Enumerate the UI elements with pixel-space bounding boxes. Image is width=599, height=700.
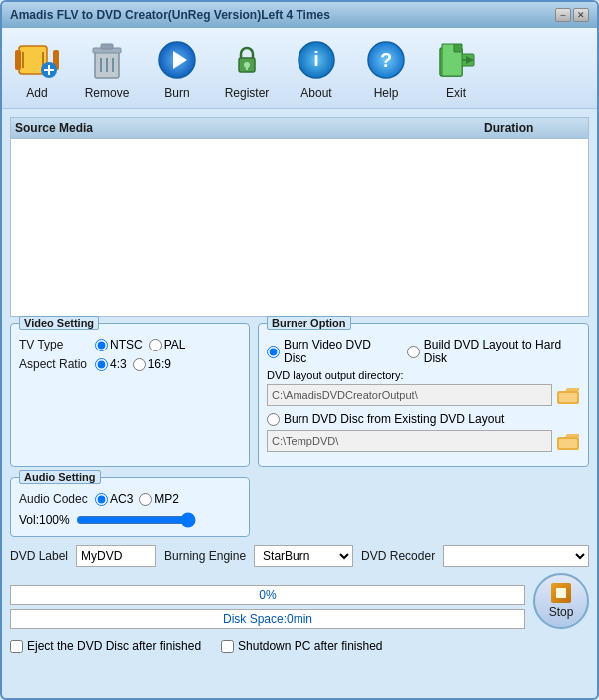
mp2-option[interactable]: MP2	[139, 492, 179, 506]
progress-text: 0%	[11, 588, 524, 602]
dvd-label-input[interactable]	[76, 545, 156, 567]
aspect-label: Aspect Ratio	[19, 357, 89, 371]
disk-space-bar: Disk Space:0min	[10, 609, 525, 629]
audio-setting-title: Audio Setting	[19, 470, 101, 484]
burn-label: Burn	[164, 86, 189, 100]
shutdown-checkbox-label[interactable]: Shutdown PC after finished	[221, 639, 382, 653]
existing-dir-row	[267, 430, 580, 452]
minimize-button[interactable]: –	[555, 8, 571, 22]
aspect-169-option[interactable]: 16:9	[133, 357, 171, 371]
svg-rect-32	[559, 439, 577, 448]
remove-icon	[83, 36, 131, 84]
toolbar-item-remove[interactable]: Remove	[82, 36, 132, 100]
toolbar-item-add[interactable]: Add	[12, 36, 62, 100]
ntsc-radio[interactable]	[95, 339, 108, 351]
checkbox-row: Eject the DVD Disc after finished Shutdo…	[10, 639, 589, 653]
output-dir-label: DVD layout output directory:	[267, 369, 580, 381]
duration-header: Duration	[484, 121, 584, 135]
register-icon	[223, 36, 271, 84]
burn-existing-radio[interactable]	[267, 413, 280, 426]
media-table: Source Media Duration	[10, 117, 589, 317]
toolbar: Add Remove	[2, 28, 597, 109]
ntsc-label: NTSC	[110, 338, 143, 351]
dvd-recoder-label: DVD Recoder	[361, 549, 435, 563]
aspect-169-radio[interactable]	[133, 358, 146, 371]
main-window: Amadis FLV to DVD Creator(UnReg Version)…	[0, 0, 599, 700]
pal-label: PAL	[164, 338, 186, 351]
ntsc-option[interactable]: NTSC	[95, 338, 143, 351]
eject-label: Eject the DVD Disc after finished	[27, 639, 201, 653]
source-media-header: Source Media	[15, 121, 484, 135]
exit-icon	[432, 36, 480, 84]
eject-checkbox-label[interactable]: Eject the DVD Disc after finished	[10, 639, 201, 653]
svg-text:?: ?	[380, 49, 392, 71]
output-dir-input[interactable]	[267, 384, 552, 406]
aspect-169-label: 16:9	[148, 357, 171, 371]
burn-disc-label: Burn Video DVD Disc	[284, 338, 392, 365]
toolbar-item-about[interactable]: i About	[292, 36, 341, 100]
toolbar-item-register[interactable]: Register	[222, 36, 272, 100]
aspect-43-option[interactable]: 4:3	[95, 357, 127, 371]
ac3-option[interactable]: AC3	[95, 492, 133, 506]
svg-rect-10	[101, 44, 113, 49]
stop-label: Stop	[549, 605, 574, 619]
burn-icon	[153, 36, 201, 84]
stop-button[interactable]: Stop	[533, 573, 589, 629]
toolbar-item-exit[interactable]: Exit	[431, 36, 481, 100]
codec-label: Audio Codec	[19, 492, 89, 506]
tv-type-options: NTSC PAL	[95, 338, 185, 351]
help-icon: ?	[362, 36, 410, 84]
aspect-43-radio[interactable]	[95, 358, 108, 371]
burn-existing-label: Burn DVD Disc from Existing DVD Layout	[284, 412, 504, 426]
stop-icon	[551, 583, 571, 603]
disk-space-text: Disk Space:0min	[11, 612, 524, 626]
tv-type-label: TV Type	[19, 338, 89, 351]
stop-inner-icon	[556, 588, 566, 598]
ac3-radio[interactable]	[95, 493, 108, 506]
shutdown-checkbox[interactable]	[221, 640, 234, 653]
dvd-recoder-select[interactable]	[443, 545, 589, 567]
add-label: Add	[26, 86, 47, 100]
about-icon: i	[293, 36, 340, 84]
build-layout-radio[interactable]	[407, 346, 420, 358]
shutdown-label: Shutdown PC after finished	[238, 639, 382, 653]
video-setting-title: Video Setting	[19, 316, 99, 330]
progress-col: 0% Disk Space:0min	[10, 585, 525, 629]
output-dir-browse-button[interactable]	[556, 384, 580, 406]
existing-dir-input[interactable]	[267, 430, 552, 452]
mp2-label: MP2	[154, 492, 179, 506]
video-setting-panel: Video Setting TV Type NTSC PAL	[10, 323, 250, 467]
pal-option[interactable]: PAL	[149, 338, 186, 351]
close-button[interactable]: ✕	[573, 8, 589, 22]
codec-row: Audio Codec AC3 MP2	[19, 492, 241, 506]
audio-settings-row: Audio Setting Audio Codec AC3 MP2	[10, 473, 589, 537]
burn-disc-row: Burn Video DVD Disc Build DVD Layout to …	[267, 338, 580, 365]
media-table-body[interactable]	[11, 139, 588, 299]
output-dir-row	[267, 384, 580, 406]
add-icon	[13, 36, 61, 84]
burner-option-title: Burner Option	[267, 316, 351, 330]
burning-engine-select[interactable]: StarBurn	[254, 545, 353, 567]
remove-label: Remove	[85, 86, 130, 100]
svg-rect-30	[559, 393, 577, 402]
vol-slider[interactable]	[76, 512, 196, 528]
volume-row: Vol:100%	[19, 512, 241, 528]
aspect-options: 4:3 16:9	[95, 357, 171, 371]
titlebar-buttons: – ✕	[555, 8, 589, 22]
eject-checkbox[interactable]	[10, 640, 23, 653]
mp2-radio[interactable]	[139, 493, 152, 506]
toolbar-item-burn[interactable]: Burn	[152, 36, 202, 100]
burn-disc-radio[interactable]	[267, 346, 280, 358]
toolbar-item-help[interactable]: ? Help	[361, 36, 411, 100]
bottom-label-row: DVD Label Burning Engine StarBurn DVD Re…	[10, 545, 589, 567]
burner-option-panel: Burner Option Burn Video DVD Disc Build …	[258, 323, 589, 467]
svg-marker-28	[454, 44, 462, 52]
tv-type-row: TV Type NTSC PAL	[19, 338, 241, 351]
vol-label: Vol:100%	[19, 513, 70, 527]
pal-radio[interactable]	[149, 339, 162, 351]
burn-stop-row: 0% Disk Space:0min Stop	[10, 573, 589, 629]
media-table-header: Source Media Duration	[11, 118, 588, 139]
existing-dir-browse-button[interactable]	[556, 430, 580, 452]
help-label: Help	[374, 86, 399, 100]
exit-label: Exit	[446, 86, 466, 100]
